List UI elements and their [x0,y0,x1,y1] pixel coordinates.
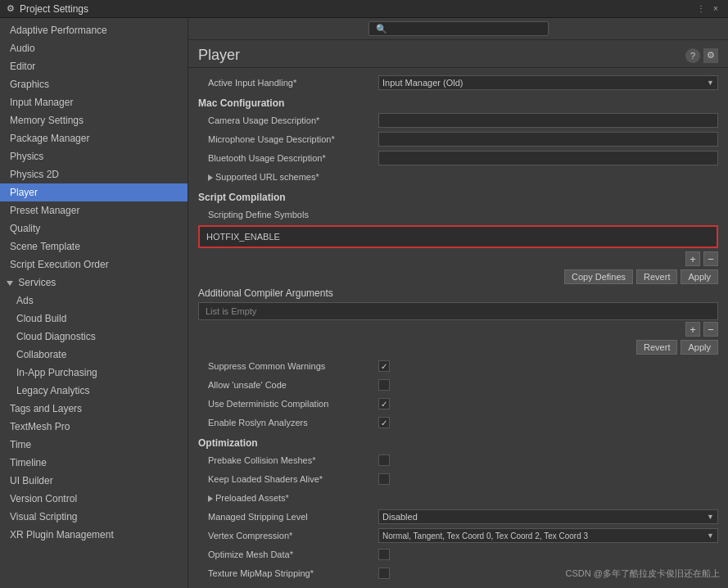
texture-mipmap-row: Texture MipMap Stripping* [198,565,718,581]
texture-mipmap-checkbox[interactable] [378,568,390,579]
managed-stripping-row: Managed Stripping Level Disabled ▼ [198,509,718,525]
window-icon: ⚙ [7,3,15,14]
scripting-defines-row: Scripting Define Symbols [198,206,718,223]
prebake-checkbox[interactable] [378,455,390,466]
sidebar-item-audio[interactable]: Audio [0,39,188,57]
services-label: Services [18,277,56,288]
sidebar-item-ui-builder[interactable]: UI Builder [0,472,188,490]
add-define-button[interactable]: + [685,251,700,266]
sidebar-item-time[interactable]: Time [0,436,188,454]
roslyn-label: Enable Roslyn Analyzers [198,418,378,427]
revert-defines-button[interactable]: Revert [636,269,677,284]
sidebar-item-version-control[interactable]: Version Control [0,490,188,508]
sidebar-item-physics[interactable]: Physics [0,147,188,165]
suppress-warnings-label: Suppress Common Warnings [198,361,378,371]
apply-defines-button[interactable]: Apply [681,269,718,284]
sidebar-item-preset-manager[interactable]: Preset Manager [0,201,188,219]
help-icon[interactable]: ? [685,48,700,63]
sidebar-item-in-app-purchasing[interactable]: In-App Purchasing [0,364,188,382]
unsafe-code-label: Allow 'unsafe' Code [198,380,378,390]
optimize-mesh-row: Optimize Mesh Data* [198,546,718,563]
compiler-args-empty: List is Empty [198,302,718,320]
apply-compiler-button[interactable]: Apply [681,340,718,355]
active-input-value: Input Manager (Old) ▼ [378,75,718,90]
title-bar: ⚙ Project Settings ⋮ × [0,0,728,18]
managed-stripping-label: Managed Stripping Level [198,512,378,522]
revert-compiler-button[interactable]: Revert [636,340,677,355]
sidebar-item-graphics[interactable]: Graphics [0,75,188,93]
sidebar-item-services[interactable]: Services [0,274,188,292]
scripting-defines-container [198,225,718,248]
content-scroll: Active Input Handling* Input Manager (Ol… [188,68,728,588]
bluetooth-usage-label: Bluetooth Usage Description* [198,153,378,163]
roslyn-analyzers-row: Enable Roslyn Analyzers [198,414,718,431]
active-input-dropdown[interactable]: Input Manager (Old) ▼ [378,75,718,90]
settings-icon[interactable]: ⚙ [703,48,718,63]
camera-usage-input[interactable] [378,113,718,128]
add-compiler-arg-button[interactable]: + [685,322,700,337]
managed-stripping-dropdown[interactable]: Disabled ▼ [378,509,718,524]
sidebar-item-cloud-diagnostics[interactable]: Cloud Diagnostics [0,328,188,346]
mac-config-header: Mac Configuration [198,97,718,109]
remove-define-button[interactable]: − [703,251,718,266]
page-title: Player [198,47,240,64]
suppress-warnings-checkbox[interactable] [378,360,390,372]
microphone-usage-input[interactable] [378,132,718,147]
optimize-mesh-checkbox[interactable] [378,549,390,560]
defines-action-row: Copy Defines Revert Apply [198,269,718,284]
bluetooth-usage-input[interactable] [378,151,718,165]
camera-usage-label: Camera Usage Description* [198,115,378,125]
vertex-compression-label: Vertex Compression* [198,531,378,541]
compiler-action-row: Revert Apply [198,340,718,355]
scripting-defines-label: Scripting Define Symbols [198,210,378,219]
unsafe-code-row: Allow 'unsafe' Code [198,377,718,393]
close-icon[interactable]: × [710,3,721,15]
preloaded-assets-label: Preloaded Assets* [198,493,378,503]
title-bar-title: Project Settings [20,3,88,15]
deterministic-compilation-row: Use Deterministic Compilation [198,396,718,412]
roslyn-checkbox[interactable] [378,417,390,428]
sidebar-item-legacy-analytics[interactable]: Legacy Analytics [0,382,188,400]
sidebar-item-xr-plugin-management[interactable]: XR Plugin Management [0,526,188,544]
sidebar-item-scene-template[interactable]: Scene Template [0,237,188,256]
unsafe-code-checkbox[interactable] [378,379,390,391]
sidebar-item-player[interactable]: Player [0,183,188,201]
deterministic-label: Use Deterministic Compilation [198,399,378,409]
sidebar-item-editor[interactable]: Editor [0,57,188,75]
sidebar-item-collaborate[interactable]: Collaborate [0,346,188,364]
url-expand-icon [208,174,213,181]
sidebar-item-ads[interactable]: Ads [0,292,188,310]
texture-mipmap-label: Texture MipMap Stripping* [198,568,378,578]
sidebar-item-script-execution-order[interactable]: Script Execution Order [0,256,188,274]
additional-compiler-header: Additional Compiler Arguments [198,287,718,299]
active-input-handling-row: Active Input Handling* Input Manager (Ol… [198,75,718,91]
vertex-compression-dropdown[interactable]: Normal, Tangent, Tex Coord 0, Tex Coord … [378,528,718,543]
optimization-header: Optimization [198,437,718,449]
scripting-defines-input[interactable] [203,230,713,243]
copy-defines-button[interactable]: Copy Defines [564,269,633,284]
sidebar-item-visual-scripting[interactable]: Visual Scripting [0,508,188,526]
sidebar-item-timeline[interactable]: Timeline [0,454,188,472]
dropdown-arrow-icon: ▼ [707,79,714,87]
search-container [188,18,728,40]
remove-compiler-arg-button[interactable]: − [703,322,718,337]
sidebar-item-physics-2d[interactable]: Physics 2D [0,165,188,183]
suppress-warnings-row: Suppress Common Warnings [198,358,718,374]
menu-icon[interactable]: ⋮ [695,3,707,15]
sidebar-item-cloud-build[interactable]: Cloud Build [0,310,188,328]
optimize-mesh-label: Optimize Mesh Data* [198,550,378,559]
preloaded-expand-icon [208,495,213,502]
sidebar-item-input-manager[interactable]: Input Manager [0,93,188,111]
sidebar-item-package-manager[interactable]: Package Manager [0,129,188,147]
sidebar-item-memory-settings[interactable]: Memory Settings [0,111,188,129]
keep-shaders-row: Keep Loaded Shaders Alive* [198,471,718,487]
preloaded-assets-row: Preloaded Assets* [198,490,718,506]
sidebar-item-textmesh-pro[interactable]: TextMesh Pro [0,418,188,436]
sidebar-item-quality[interactable]: Quality [0,219,188,237]
keep-shaders-checkbox[interactable] [378,473,390,485]
sidebar-item-tags-and-layers[interactable]: Tags and Layers [0,400,188,418]
microphone-usage-label: Microphone Usage Description* [198,134,378,144]
sidebar-item-adaptive-performance[interactable]: Adaptive Performance [0,21,188,39]
deterministic-checkbox[interactable] [378,398,390,409]
search-input[interactable] [369,21,549,36]
